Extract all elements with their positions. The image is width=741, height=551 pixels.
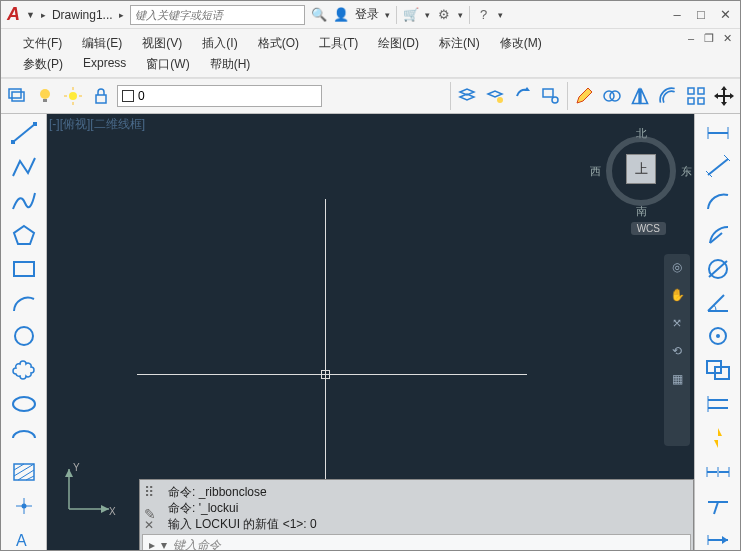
viewcube-west[interactable]: 西 — [590, 164, 601, 179]
viewport-label[interactable]: [-][俯视][二维线框] — [49, 116, 145, 133]
polygon-tool[interactable] — [4, 219, 44, 251]
polyline-tool[interactable] — [4, 151, 44, 183]
breadcrumb-arrow-1[interactable]: ▸ — [41, 10, 46, 20]
ellipse-arc-tool[interactable] — [4, 422, 44, 454]
cmd-close-icon[interactable]: ✕ — [144, 518, 154, 532]
menu-insert[interactable]: 插入(I) — [192, 33, 247, 54]
dim-arc-tool[interactable] — [698, 185, 738, 217]
menu-window[interactable]: 窗口(W) — [136, 54, 199, 75]
layer-match-button[interactable] — [539, 84, 563, 108]
menu-dimension[interactable]: 标注(N) — [429, 33, 490, 54]
app-dd[interactable]: ▾ — [458, 10, 463, 20]
menu-file[interactable]: 文件(F) — [13, 33, 72, 54]
command-input[interactable]: ▸ ▾ 键入命令 — [142, 534, 691, 551]
text-tool[interactable]: A — [4, 524, 44, 551]
svg-point-2 — [40, 89, 50, 99]
breadcrumb-arrow-2[interactable]: ▸ — [119, 10, 124, 20]
mdi-close[interactable]: ✕ — [720, 31, 734, 45]
circle-tool[interactable] — [4, 321, 44, 353]
dim-overlap-tool[interactable] — [698, 354, 738, 386]
viewcube-east[interactable]: 东 — [681, 164, 692, 179]
dim-adjust-tool[interactable] — [698, 524, 738, 551]
dim-leader-tool[interactable] — [698, 490, 738, 522]
dim-radius-tool[interactable] — [698, 219, 738, 251]
dim-baseline-tool[interactable] — [698, 388, 738, 420]
sun-icon[interactable] — [61, 84, 85, 108]
lock-icon[interactable] — [89, 84, 113, 108]
svg-line-52 — [708, 159, 728, 175]
svg-rect-28 — [11, 140, 15, 144]
nav-showmotion-icon[interactable]: ▦ — [668, 370, 686, 388]
minimize-button[interactable]: – — [668, 6, 686, 24]
dim-diameter-tool[interactable] — [698, 253, 738, 285]
light-bulb-icon[interactable] — [33, 84, 57, 108]
svg-rect-0 — [9, 89, 21, 98]
dim-angular-tool[interactable] — [698, 287, 738, 319]
viewcube-south[interactable]: 南 — [596, 204, 686, 219]
menu-view[interactable]: 视图(V) — [132, 33, 192, 54]
dim-linear-tool[interactable] — [698, 117, 738, 149]
rectangle-tool[interactable] — [4, 253, 44, 285]
layer-prev-button[interactable] — [511, 84, 535, 108]
svg-line-37 — [18, 470, 34, 480]
point-tool[interactable] — [4, 490, 44, 522]
array-icon[interactable] — [684, 84, 708, 108]
menu-format[interactable]: 格式(O) — [248, 33, 309, 54]
mirror-icon[interactable] — [628, 84, 652, 108]
help-icon[interactable]: ? — [476, 7, 492, 23]
cmd-handle-icon[interactable]: ⠿ — [144, 484, 156, 500]
search-input[interactable] — [135, 9, 300, 21]
search-box[interactable] — [130, 5, 305, 25]
nav-orbit-icon[interactable]: ⟲ — [668, 342, 686, 360]
menu-modify[interactable]: 修改(M) — [490, 33, 552, 54]
svg-rect-9 — [96, 95, 106, 103]
layer-states-button[interactable] — [455, 84, 479, 108]
menu-params[interactable]: 参数(P) — [13, 54, 73, 75]
revision-cloud-tool[interactable] — [4, 354, 44, 386]
layer-iso-button[interactable] — [483, 84, 507, 108]
dim-aligned-tool[interactable] — [698, 151, 738, 183]
spline-tool[interactable] — [4, 185, 44, 217]
menu-help[interactable]: 帮助(H) — [200, 54, 261, 75]
svg-marker-23 — [721, 86, 727, 90]
hatch-tool[interactable] — [4, 456, 44, 488]
line-tool[interactable] — [4, 117, 44, 149]
account-dropdown[interactable]: ▾ — [385, 10, 390, 20]
offset-icon[interactable] — [656, 84, 680, 108]
ellipse-tool[interactable] — [4, 388, 44, 420]
qat-dropdown[interactable]: ▼ — [26, 10, 35, 20]
move-icon[interactable] — [712, 84, 736, 108]
menu-draw[interactable]: 绘图(D) — [368, 33, 429, 54]
circle-pair-icon[interactable] — [600, 84, 624, 108]
doc-name[interactable]: Drawing1... — [52, 8, 113, 22]
maximize-button[interactable]: □ — [692, 6, 710, 24]
mdi-minimize[interactable]: – — [684, 31, 698, 45]
sep — [469, 6, 470, 24]
account-icon[interactable]: 👤 — [333, 7, 349, 23]
close-button[interactable]: ✕ — [716, 6, 734, 24]
arc-tool[interactable] — [4, 287, 44, 319]
pencil-icon[interactable] — [572, 84, 596, 108]
help-dd[interactable]: ▾ — [498, 10, 503, 20]
nav-zoom-icon[interactable]: ⤧ — [668, 314, 686, 332]
mdi-restore[interactable]: ❐ — [702, 31, 716, 45]
drawing-canvas[interactable]: [-][俯视][二维线框] 北 上 西 东 南 WCS ◎ ✋ ⤧ ⟲ ▦ Y … — [47, 114, 694, 551]
menu-express[interactable]: Express — [73, 54, 136, 75]
layer-properties-button[interactable] — [5, 84, 29, 108]
menu-edit[interactable]: 编辑(E) — [72, 33, 132, 54]
dim-quick-tool[interactable] — [698, 422, 738, 454]
menu-tools[interactable]: 工具(T) — [309, 33, 368, 54]
dim-ordinate-tool[interactable] — [698, 321, 738, 353]
viewcube[interactable]: 北 上 西 东 南 WCS — [596, 122, 686, 232]
app-switcher-icon[interactable]: ⚙ — [436, 7, 452, 23]
viewcube-top[interactable]: 上 — [626, 154, 656, 184]
nav-pan-icon[interactable]: ✋ — [668, 286, 686, 304]
wcs-badge[interactable]: WCS — [631, 222, 666, 235]
cart-icon[interactable]: 🛒 — [403, 7, 419, 23]
nav-wheel-icon[interactable]: ◎ — [668, 258, 686, 276]
login-link[interactable]: 登录 — [355, 6, 379, 23]
cart-dd[interactable]: ▾ — [425, 10, 430, 20]
dim-continue-tool[interactable] — [698, 456, 738, 488]
layer-dropdown[interactable]: 0 — [117, 85, 322, 107]
search-icon[interactable]: 🔍 — [311, 7, 327, 23]
